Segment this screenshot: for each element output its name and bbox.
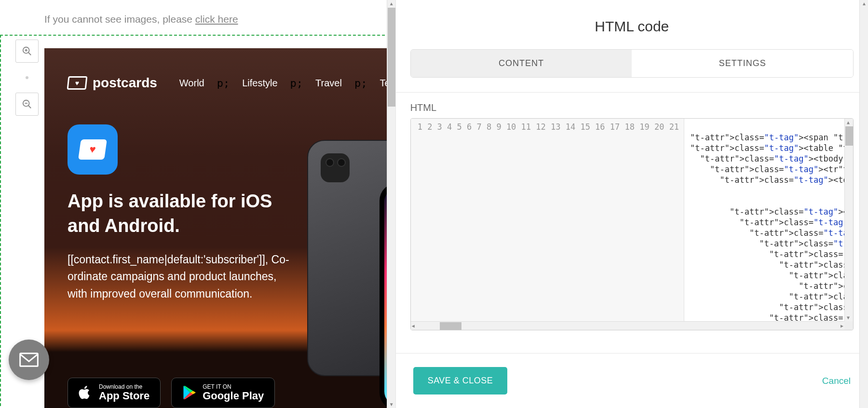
- nav-sep: p;: [217, 77, 230, 89]
- google-play-icon: [182, 385, 196, 400]
- nav-lifestyle[interactable]: Lifestyle: [242, 78, 277, 89]
- side-scrollbar[interactable]: [859, 0, 868, 408]
- code-scrollbar-horizontal[interactable]: [411, 321, 844, 330]
- preview-scrollbar[interactable]: [387, 0, 395, 408]
- code-scrollbar-vertical[interactable]: [844, 119, 853, 321]
- tab-content[interactable]: CONTENT: [411, 50, 632, 77]
- envelope-icon: [19, 352, 39, 367]
- click-here-link[interactable]: click here: [195, 14, 238, 25]
- save-close-button[interactable]: SAVE & CLOSE: [413, 367, 508, 394]
- zoom-out-button[interactable]: [15, 93, 39, 116]
- svg-line-1: [28, 53, 31, 55]
- nav-sep: p;: [290, 77, 303, 89]
- brand-name: postcards: [93, 75, 157, 91]
- divider: [396, 92, 868, 93]
- code-label: HTML: [410, 102, 854, 113]
- code-editor[interactable]: 1 2 3 4 5 6 7 8 9 10 11 12 13 14 15 16 1…: [410, 118, 854, 330]
- panel-title: HTML code: [396, 0, 868, 49]
- zoom-in-button[interactable]: [15, 40, 39, 63]
- nav-sep: p;: [354, 77, 367, 89]
- svg-line-5: [28, 106, 31, 109]
- images-notice: If you cannot see images, please click h…: [0, 0, 395, 37]
- tab-settings[interactable]: SETTINGS: [632, 50, 853, 77]
- notice-text: If you cannot see images, please: [44, 14, 195, 25]
- message-fab[interactable]: [9, 340, 49, 380]
- nav-travel[interactable]: Travel: [315, 78, 342, 89]
- svg-rect-7: [20, 354, 38, 367]
- cancel-button[interactable]: Cancel: [822, 376, 851, 386]
- app-store-badge[interactable]: Download on the App Store: [68, 378, 161, 408]
- hero-body: [[contact.first_name|default:'subscriber…: [68, 251, 299, 303]
- zoom-in-icon: [22, 46, 32, 56]
- app-store-big: App Store: [99, 390, 149, 402]
- nav-world[interactable]: World: [179, 78, 204, 89]
- side-panel: HTML code CONTENT SETTINGS HTML 1 2 3 4 …: [395, 0, 868, 408]
- tab-row: CONTENT SETTINGS: [410, 49, 854, 78]
- preview-pane: If you cannot see images, please click h…: [0, 0, 395, 408]
- google-play-badge[interactable]: GET IT ON Google Play: [171, 378, 275, 408]
- product-phones: [307, 140, 395, 408]
- google-play-big: Google Play: [203, 390, 264, 402]
- postcards-icon: [67, 76, 88, 90]
- code-body[interactable]: "t-attr">class="t-tag"><span "t-attr">st…: [684, 119, 853, 330]
- app-icon: [68, 124, 118, 175]
- code-gutter: 1 2 3 4 5 6 7 8 9 10 11 12 13 14 15 16 1…: [411, 119, 684, 330]
- brand-logo: postcards: [68, 75, 157, 91]
- apple-icon: [79, 385, 92, 400]
- zoom-dot: [26, 76, 28, 79]
- email-canvas[interactable]: postcards World p; Lifestyle p; Travel p…: [44, 48, 395, 408]
- zoom-out-icon: [22, 99, 32, 109]
